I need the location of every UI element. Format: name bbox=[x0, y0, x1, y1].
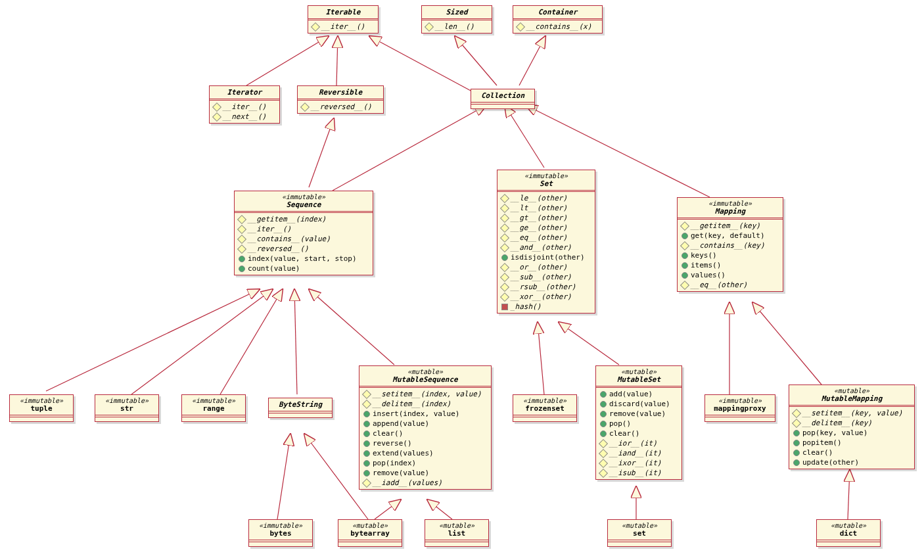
class-list: «mutable»list bbox=[425, 519, 489, 547]
class-str: «immutable»str bbox=[95, 394, 159, 422]
class-mapping: «immutable»Mapping__getitem__(key)get(ke… bbox=[677, 197, 783, 292]
class-mutableset: «mutable»MutableSetadd(value)discard(val… bbox=[595, 365, 682, 480]
class-tuple: «immutable»tuple bbox=[9, 394, 74, 422]
class-container: Container__contains__(x) bbox=[513, 5, 603, 34]
class-iterator: Iterator__iter__()__next__() bbox=[209, 85, 280, 124]
class-range: «immutable»range bbox=[181, 394, 246, 422]
class-dict: «mutable»dict bbox=[816, 519, 881, 547]
class-iterable: Iterable__iter__() bbox=[308, 5, 379, 34]
class-sized: Sized__len__() bbox=[421, 5, 492, 34]
class-frozenset: «immutable»frozenset bbox=[513, 394, 577, 422]
class-set: «immutable»Set__le__(other)__lt__(other)… bbox=[497, 170, 595, 314]
class-bytearray: «mutable»bytearray bbox=[338, 519, 402, 547]
uml-diagram: Iterable__iter__() Sized__len__() Contai… bbox=[0, 0, 924, 560]
class-bytes: «immutable»bytes bbox=[248, 519, 313, 547]
class-mappingproxy: «immutable»mappingproxy bbox=[705, 394, 775, 422]
class-collection: Collection bbox=[471, 89, 535, 109]
class-mutablemapping: «mutable»MutableMapping__setitem__(key, … bbox=[789, 385, 915, 469]
class-bytestring: ByteString bbox=[268, 398, 333, 418]
class-mutablesequence: «mutable»MutableSequence__setitem__(inde… bbox=[359, 365, 492, 490]
class-sequence: «immutable»Sequence__getitem__(index)__i… bbox=[234, 191, 373, 275]
class-set-concrete: «mutable»set bbox=[607, 519, 672, 547]
class-reversible: Reversible__reversed__() bbox=[297, 85, 384, 114]
